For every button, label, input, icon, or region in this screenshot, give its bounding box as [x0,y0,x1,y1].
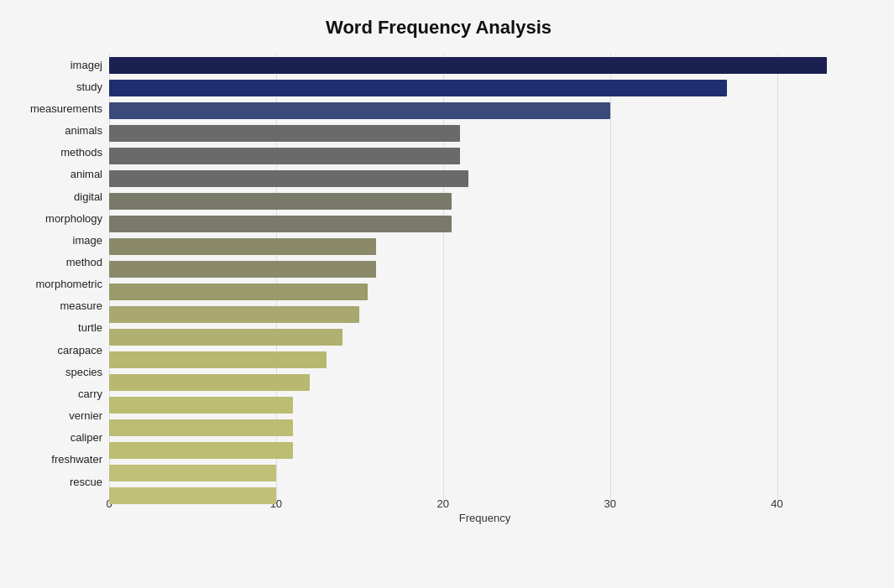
bar-row [109,190,860,212]
bar [109,351,327,368]
bar-row [109,439,860,461]
bars-wrapper [109,54,860,507]
bar [109,216,452,232]
bar-row [109,325,860,348]
y-label: caliper [71,427,102,449]
bar [109,238,376,255]
bar [109,419,293,436]
bar [109,102,610,119]
y-labels: imagejstudymeasurementsanimalsmethodsani… [17,54,109,516]
bar [109,306,359,323]
bar [109,374,310,391]
bar [109,284,368,300]
bar [109,193,452,210]
bar-row [109,167,860,190]
y-label: method [66,251,102,273]
bar [109,397,293,414]
x-axis-label: Frequency [109,512,860,524]
bar [109,465,276,481]
y-label: animal [71,164,102,185]
y-label: carapace [58,339,102,361]
y-label: image [73,229,102,251]
bar [109,170,468,187]
chart-container: Word Frequency Analysis imagejstudymeasu… [0,0,894,588]
bar-row [109,76,860,99]
chart-title: Word Frequency Analysis [17,17,860,39]
y-label: measurements [30,97,102,119]
bar-row [109,144,860,167]
bar-row [109,122,860,144]
bar [109,80,727,96]
y-label: methods [60,142,102,164]
y-label: freshwater [51,449,102,471]
bar [109,125,460,142]
y-label: vernier [69,405,102,427]
y-label: imagej [71,54,102,75]
bar-row [109,212,860,235]
bar-row [109,258,860,280]
bar-row [109,484,860,507]
bar-row [109,371,860,393]
chart-area: imagejstudymeasurementsanimalsmethodsani… [17,54,860,516]
y-label: animals [65,119,102,141]
bar-row [109,280,860,303]
y-label: turtle [78,317,102,339]
y-label: morphometric [36,273,102,295]
bar-row [109,461,860,484]
y-label: carry [78,382,102,404]
bar-row [109,348,860,371]
y-label: study [76,75,102,97]
bar-row [109,303,860,325]
bar [109,261,376,278]
bar-row [109,54,860,76]
bar [109,148,460,164]
bar-row [109,99,860,122]
y-label: digital [74,185,102,207]
bar [109,57,827,74]
y-label: rescue [70,471,102,492]
bars-and-x: 010203040 Frequency [109,54,860,516]
bar [109,329,342,346]
bar-row [109,393,860,416]
bar [109,487,276,504]
y-label: measure [60,295,102,317]
bar-row [109,235,860,258]
y-label: species [65,361,102,382]
bar [109,442,293,459]
bar-row [109,416,860,439]
y-label: morphology [45,207,102,229]
